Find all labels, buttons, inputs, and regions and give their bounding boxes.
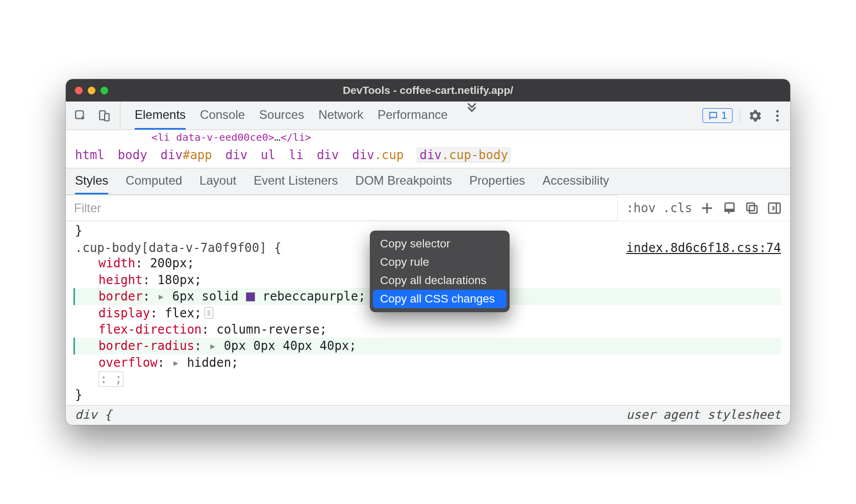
subtab-computed[interactable]: Computed [125, 168, 182, 194]
user-agent-rule: div { user agent stylesheet [66, 405, 790, 425]
close-window-button[interactable] [75, 87, 83, 94]
cls-toggle[interactable]: .cls [663, 201, 692, 215]
crumb-app[interactable]: div#app [161, 148, 212, 162]
decl-flex-direction[interactable]: flex-direction: column-reverse; [98, 321, 781, 338]
crumb-body[interactable]: body [118, 148, 147, 162]
settings-gear-icon[interactable] [747, 108, 763, 123]
subtab-layout[interactable]: Layout [199, 168, 236, 194]
kebab-menu-icon[interactable] [770, 108, 785, 123]
hov-toggle[interactable]: :hov [626, 201, 656, 215]
minimize-window-button[interactable] [88, 87, 95, 94]
crumb-cup[interactable]: div.cup [352, 148, 404, 162]
separator [740, 109, 740, 123]
crumb-div[interactable]: div [225, 148, 247, 162]
crumb-div2[interactable]: div [317, 148, 339, 162]
rule-selector[interactable]: .cup-body[data-v-7a0f9f00] { [75, 241, 282, 255]
subtab-styles[interactable]: Styles [75, 168, 108, 194]
flex-badge-icon[interactable]: ⫴ [205, 307, 213, 319]
subtab-accessibility[interactable]: Accessibility [542, 168, 609, 194]
devtools-toolbar: Elements Console Sources Network Perform… [66, 102, 790, 130]
svg-point-5 [776, 119, 779, 121]
svg-rect-6 [749, 206, 757, 213]
decl-empty[interactable]: : ; [98, 371, 781, 387]
crumb-li[interactable]: li [289, 148, 304, 162]
rule-close-brace: } [75, 388, 781, 402]
subtab-properties[interactable]: Properties [469, 168, 525, 194]
paint-brush-icon[interactable] [722, 200, 737, 216]
copy-icon[interactable] [744, 200, 760, 216]
menu-copy-selector[interactable]: Copy selector [373, 235, 507, 253]
subtab-event-listeners[interactable]: Event Listeners [254, 168, 338, 194]
tab-console[interactable]: Console [200, 102, 245, 130]
more-tabs-chevron-icon[interactable] [464, 102, 480, 117]
inspect-element-icon[interactable] [74, 109, 87, 122]
subtab-dom-breakpoints[interactable]: DOM Breakpoints [356, 168, 452, 194]
crumb-cup-body[interactable]: div.cup-body [417, 147, 510, 163]
tab-performance[interactable]: Performance [377, 102, 447, 130]
tab-elements[interactable]: Elements [135, 102, 186, 130]
crumb-ul[interactable]: ul [261, 148, 275, 162]
breadcrumb-trail: html body div#app div ul li div div.cup … [66, 144, 790, 168]
context-menu: Copy selector Copy rule Copy all declara… [370, 231, 510, 312]
window-titlebar: DevTools - coffee-cart.netlify.app/ [66, 79, 790, 102]
decl-overflow[interactable]: overflow: ▸ hidden; [98, 355, 781, 371]
menu-copy-css-changes[interactable]: Copy all CSS changes [373, 290, 507, 308]
svg-rect-7 [747, 203, 754, 211]
panel-tabs: Elements Console Sources Network Perform… [120, 102, 480, 130]
svg-point-4 [776, 114, 779, 117]
styles-pane: } .cup-body[data-v-7a0f9f00] { index.8d6… [66, 221, 790, 405]
menu-copy-rule[interactable]: Copy rule [373, 253, 507, 271]
issues-count: 1 [721, 110, 727, 121]
tab-network[interactable]: Network [318, 102, 363, 130]
svg-point-3 [776, 110, 779, 113]
svg-rect-2 [105, 114, 109, 121]
styles-filter-bar: Filter :hov .cls [66, 195, 790, 221]
issues-badge[interactable]: 1 [702, 108, 733, 123]
ua-label: user agent stylesheet [626, 408, 781, 422]
toggle-sidebar-icon[interactable] [767, 200, 782, 216]
crumb-html[interactable]: html [75, 148, 105, 162]
styles-filter-input[interactable]: Filter [66, 195, 618, 221]
tab-sources[interactable]: Sources [259, 102, 304, 130]
color-swatch-icon[interactable] [246, 292, 255, 301]
window-controls [75, 87, 108, 94]
new-rule-plus-icon[interactable] [699, 200, 715, 216]
zoom-window-button[interactable] [100, 87, 108, 94]
menu-copy-declarations[interactable]: Copy all declarations [373, 271, 507, 290]
decl-border-radius[interactable]: border-radius: ▸ 0px 0px 40px 40px; [73, 338, 781, 354]
ua-selector[interactable]: div { [75, 408, 112, 422]
source-link[interactable]: index.8d6c6f18.css:74 [626, 241, 781, 255]
window-title: DevTools - coffee-cart.netlify.app/ [66, 84, 790, 96]
styles-subtabs: Styles Computed Layout Event Listeners D… [66, 168, 790, 195]
device-toolbar-icon[interactable] [97, 109, 111, 122]
devtools-window: DevTools - coffee-cart.netlify.app/ Elem… [66, 79, 790, 424]
dom-tree-fragment[interactable]: <li data-v-eed00ce0>…</li> [66, 130, 790, 144]
